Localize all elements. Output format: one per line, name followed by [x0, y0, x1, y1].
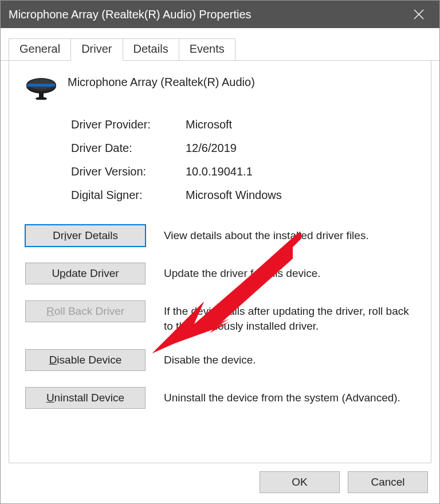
device-header: Microphone Array (Realtek(R) Audio) [25, 75, 415, 100]
update-driver-row: Update Driver Update the driver for this… [25, 263, 415, 284]
driver-details-desc: View details about the installed driver … [164, 225, 369, 243]
driver-details-row: Driver Details View details about the in… [25, 225, 415, 247]
version-value: 10.0.19041.1 [186, 165, 415, 178]
properties-window: Microphone Array (Realtek(R) Audio) Prop… [0, 0, 440, 504]
tab-strip: General Driver Details Events [1, 38, 439, 61]
disable-device-row: Disable Device Disable the device. [25, 349, 415, 371]
tab-events[interactable]: Events [179, 38, 235, 60]
close-icon [414, 9, 424, 19]
cancel-button[interactable]: Cancel [348, 471, 428, 493]
microphone-icon [25, 75, 57, 100]
ok-button[interactable]: OK [260, 471, 340, 493]
disable-device-button[interactable]: Disable Device [25, 349, 146, 371]
signer-label: Digital Signer: [71, 189, 186, 202]
uninstall-device-desc: Uninstall the device from the system (Ad… [164, 387, 400, 405]
btn-text: Uninstall Device [46, 392, 124, 404]
driver-details-button[interactable]: Driver Details [25, 225, 146, 247]
uninstall-device-row: Uninstall Device Uninstall the device fr… [25, 387, 415, 409]
uninstall-device-button[interactable]: Uninstall Device [25, 387, 146, 409]
window-title: Microphone Array (Realtek(R) Audio) Prop… [9, 8, 406, 21]
rollback-driver-row: Roll Back Driver If the device fails aft… [25, 300, 415, 333]
svg-marker-8 [155, 241, 293, 350]
update-driver-desc: Update the driver for this device. [164, 263, 321, 281]
driver-tab-panel: Microphone Array (Realtek(R) Audio) Driv… [9, 61, 431, 463]
rollback-driver-desc: If the device fails after updating the d… [164, 300, 415, 333]
tab-details[interactable]: Details [123, 38, 179, 60]
btn-text: Disable Device [49, 354, 122, 366]
date-label: Driver Date: [71, 142, 186, 155]
signer-value: Microsoft Windows [186, 189, 415, 202]
svg-rect-5 [28, 84, 55, 87]
close-button[interactable] [406, 2, 431, 27]
date-value: 12/6/2019 [186, 142, 415, 155]
disable-device-desc: Disable the device. [164, 349, 256, 368]
provider-label: Driver Provider: [71, 118, 186, 131]
svg-point-7 [36, 97, 47, 100]
btn-text: Roll Back Driver [46, 305, 124, 318]
titlebar: Microphone Array (Realtek(R) Audio) Prop… [1, 1, 439, 28]
annotation-arrow-icon [135, 233, 307, 359]
btn-text: Driver Details [53, 229, 118, 242]
update-driver-button[interactable]: Update Driver [25, 263, 146, 284]
rollback-driver-button: Roll Back Driver [25, 300, 146, 322]
btn-text: Update Driver [52, 267, 119, 280]
version-label: Driver Version: [71, 165, 186, 178]
tab-driver[interactable]: Driver [70, 38, 123, 61]
tab-general[interactable]: General [9, 38, 71, 60]
dialog-footer: OK Cancel [1, 463, 439, 503]
driver-info-grid: Driver Provider: Microsoft Driver Date: … [71, 118, 415, 202]
svg-marker-10 [152, 233, 301, 353]
provider-value: Microsoft [186, 118, 415, 131]
device-name: Microphone Array (Realtek(R) Audio) [68, 75, 255, 89]
